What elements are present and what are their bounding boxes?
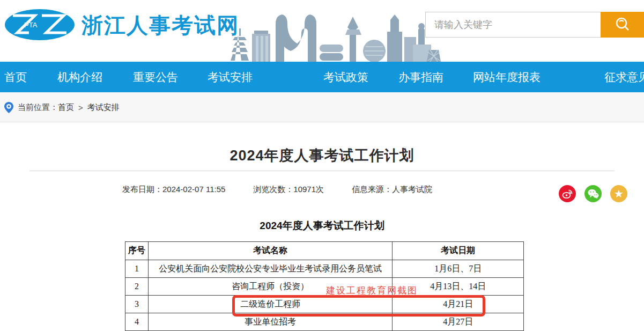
page: PTA 浙江人事考试网 — [0, 0, 644, 331]
view-count-value: 10971次 — [293, 185, 324, 194]
wechat-icon — [588, 189, 599, 199]
breadcrumb: 当前位置： 首页 > 考试安排 — [4, 92, 120, 122]
cell-name: 事业单位招考 — [148, 313, 392, 331]
table-header-row: 序号 考试名称 考试日期 — [125, 242, 524, 260]
nav-item-guide[interactable]: 办事指南 — [398, 62, 443, 92]
breadcrumb-label: 当前位置： — [18, 102, 58, 113]
table-title: 2024年度人事考试工作计划 — [0, 219, 644, 233]
cell-seq: 3 — [125, 296, 149, 313]
site-logo[interactable]: PTA — [4, 9, 75, 41]
breadcrumb-bar: 当前位置： 首页 > 考试安排 — [0, 92, 644, 122]
magnifier-icon — [615, 17, 631, 33]
search-bar — [425, 12, 644, 38]
weibo-icon — [562, 188, 573, 199]
qzone-share-button[interactable]: ★ — [610, 185, 627, 202]
cell-date: 4月13日、14日 — [393, 278, 524, 296]
logo-pta-text: PTA — [24, 21, 38, 29]
article-title: 2024年度人事考试工作计划 — [0, 146, 644, 165]
view-count: 浏览次数：10971次 — [253, 185, 324, 195]
city-skyline-illustration — [231, 13, 441, 62]
search-button[interactable] — [601, 12, 644, 38]
cell-date: 1月6日、7日 — [393, 260, 524, 278]
publish-date-value: 2024-02-07 11:55 — [162, 185, 225, 194]
table-row-highlighted: 3 二级造价工程师 4月21日 — [125, 296, 524, 313]
cell-name: 公安机关面向公安院校公安专业毕业生考试录用公务员笔试 — [148, 260, 392, 278]
cell-seq: 1 — [125, 260, 149, 278]
main-nav: 首页 机构介绍 重要公告 考试安排 考试政策 办事指南 网站年度报表 征求意见 — [0, 62, 644, 92]
table-row: 4 事业单位招考 4月27日 — [125, 313, 524, 331]
location-pin-icon — [4, 102, 13, 113]
breadcrumb-current-link[interactable]: 考试安排 — [87, 102, 120, 113]
cell-date: 4月27日 — [393, 313, 524, 331]
info-source-label: 信息来源： — [352, 185, 392, 194]
nav-item-schedule[interactable]: 考试安排 — [208, 62, 253, 92]
site-header: PTA 浙江人事考试网 — [0, 0, 644, 62]
cell-name: 二级造价工程师 — [148, 296, 392, 313]
table-row: 2 咨询工程师（投资） 4月13日、14日 — [125, 278, 524, 296]
qzone-star-icon: ★ — [614, 188, 624, 199]
breadcrumb-separator: > — [78, 103, 83, 112]
table-row: 1 公安机关面向公安院校公安专业毕业生考试录用公务员笔试 1月6日、7日 — [125, 260, 524, 278]
weibo-share-button[interactable] — [559, 185, 576, 202]
cell-seq: 2 — [125, 278, 149, 296]
title-divider — [29, 171, 615, 171]
article-meta: 发布日期：2024-02-07 11:55 浏览次数：10971次 信息来源：人… — [122, 185, 432, 195]
nav-item-notices[interactable]: 重要公告 — [133, 62, 178, 92]
view-count-label: 浏览次数： — [253, 185, 293, 194]
header-seq: 序号 — [125, 242, 149, 260]
nav-item-policy[interactable]: 考试政策 — [323, 62, 368, 92]
header-date: 考试日期 — [393, 242, 524, 260]
cell-date: 4月21日 — [393, 296, 524, 313]
cell-seq: 4 — [125, 313, 149, 331]
nav-item-home[interactable]: 首页 — [4, 62, 27, 92]
nav-item-feedback[interactable]: 征求意见 — [604, 62, 644, 92]
header-name: 考试名称 — [148, 242, 392, 260]
breadcrumb-home-link[interactable]: 首页 — [58, 102, 74, 113]
publish-date-label: 发布日期： — [122, 185, 162, 194]
wechat-share-button[interactable] — [584, 185, 602, 202]
share-buttons: ★ — [559, 185, 627, 202]
publish-date: 发布日期：2024-02-07 11:55 — [122, 185, 225, 195]
nav-item-about[interactable]: 机构介绍 — [57, 62, 102, 92]
cell-name: 咨询工程师（投资） — [148, 278, 392, 296]
exam-plan-table: 序号 考试名称 考试日期 1 公安机关面向公安院校公安专业毕业生考试录用公务员笔… — [125, 241, 524, 331]
site-title: 浙江人事考试网 — [82, 11, 239, 40]
nav-item-reports[interactable]: 网站年度报表 — [473, 62, 541, 92]
info-source: 信息来源：人事考试院 — [352, 185, 432, 195]
info-source-value: 人事考试院 — [392, 185, 432, 194]
search-input[interactable] — [425, 12, 601, 38]
